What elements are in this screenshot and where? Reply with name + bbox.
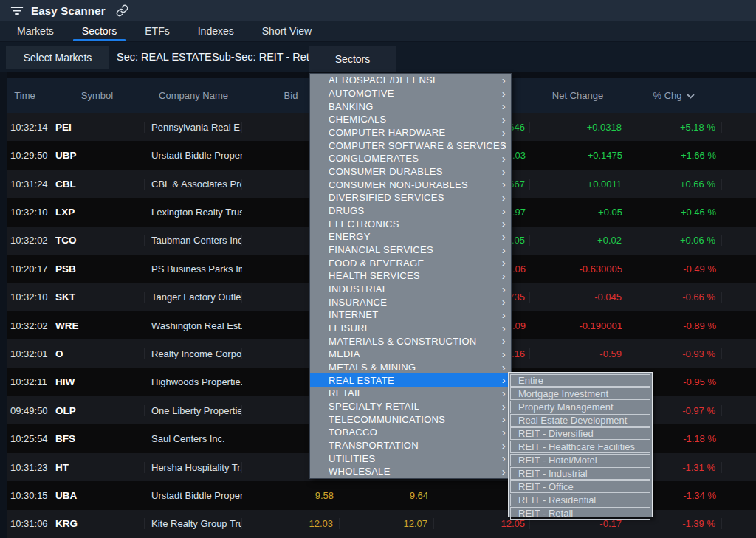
sector-menu-item[interactable]: FINANCIAL SERVICES › [310,244,511,257]
header-symbol[interactable]: Symbol [49,90,145,101]
subsector-menu-item-label: REIT - Diversified [518,428,594,439]
sector-menu-item-label: TOBACCO [329,427,377,438]
cell-symbol: HIW [49,376,145,387]
header-net-change[interactable]: Net Change [530,90,625,101]
cell-bid: 12.03 [242,518,340,529]
subsector-menu-item-label: Real Estate Development [518,415,627,426]
sector-menu-item[interactable]: ENERGY › [310,230,511,244]
link-icon[interactable] [116,4,128,17]
sector-menu-item[interactable]: COMPUTER SOFTWARE & SERVICES › [310,139,511,152]
sector-menu-item[interactable]: CONSUMER NON-DURABLES › [310,178,511,191]
subsector-menu-item[interactable]: Property Management [510,401,650,413]
chevron-right-icon: › [502,308,506,321]
nav-tab-label: Markets [17,25,54,37]
subsector-menu-item[interactable]: REIT - Retail [510,507,650,520]
chevron-right-icon: › [502,373,506,386]
sector-menu-item[interactable]: REAL ESTATE › [310,373,511,387]
subsector-menu-item[interactable]: REIT - Residential [510,494,650,506]
subsector-menu-item[interactable]: Real Estate Development [510,414,650,427]
header-time[interactable]: Time [0,90,49,101]
app-title: Easy Scanner [31,4,106,17]
sector-menu-item[interactable]: CONSUMER DURABLES › [310,165,511,179]
sector-menu-item[interactable]: SPECIALTY RETAIL › [310,400,511,413]
cell-company: Realty Income Corpor... [145,348,242,359]
cell-net-change: -0.17 [530,518,625,529]
nav-tab[interactable]: Indexes [187,21,245,41]
cell-symbol: BFS [49,433,145,444]
cell-ask: 9.64 [340,490,434,501]
chevron-right-icon: › [502,113,506,125]
sector-menu-item[interactable]: DIVERSIFIED SERVICES › [310,191,511,204]
sector-menu-item[interactable]: TELECOMMUNICATIONS › [310,413,511,426]
cell-company: Lexington Realty Trust [145,207,242,218]
sector-menu-item[interactable]: FOOD & BEVERAGE › [310,256,511,269]
subsector-submenu: Entire Mortgage Investment Property Mana… [508,372,653,517]
subsector-menu-item[interactable]: Entire [510,374,650,387]
cell-company: Washington Real Est... [145,320,242,331]
sector-menu-item[interactable]: TOBACCO › [310,426,511,439]
cell-pct-change: +0.46 % [625,207,722,218]
sector-menu-item[interactable]: HEALTH SERVICES › [310,269,511,283]
sector-menu-item-label: WHOLESALE [329,466,391,477]
select-markets-button[interactable]: Select Markets [6,46,109,69]
subsector-menu-item[interactable]: REIT - Diversified [510,427,650,440]
cell-time: 10:31:23 [0,462,49,473]
chevron-right-icon: › [502,86,506,99]
sector-menu-item[interactable]: MATERIALS & CONSTRUCTION › [310,334,511,348]
sector-menu-item-label: BANKING [329,101,374,112]
cell-symbol: UBA [49,490,145,501]
cell-symbol: PEI [49,122,145,133]
sector-menu-item[interactable]: COMPUTER HARDWARE › [310,126,511,139]
cell-ask: 12.07 [340,518,434,529]
sector-menu-item[interactable]: DRUGS › [310,204,511,218]
subsector-menu-item[interactable]: REIT - Industrial [510,467,650,480]
sector-menu-item[interactable]: WHOLESALE › [310,465,511,478]
chevron-right-icon: › [502,74,506,86]
sector-menu-item-label: METALS & MINING [329,362,416,373]
chevron-right-icon: › [502,217,506,230]
header-pct-change[interactable]: % Chg [625,90,722,101]
sector-menu-item[interactable]: MEDIA › [310,348,511,361]
chevron-right-icon: › [502,178,506,190]
cell-net-change: -0.630005 [530,263,625,275]
header-pct-change-label: % Chg [653,90,681,101]
sector-menu-item-label: TELECOMMUNICATIONS [329,414,445,425]
nav-tab[interactable]: Sectors [71,21,128,41]
sector-menu-item[interactable]: TRANSPORTATION › [310,439,511,452]
sector-menu-item-label: HEALTH SERVICES [329,270,420,281]
nav-tab[interactable]: ETFs [134,21,180,41]
sector-menu-item[interactable]: INDUSTRIAL › [310,283,511,296]
sector-menu-item[interactable]: CHEMICALS › [310,113,511,126]
cell-net-change: -0.59 [530,348,625,359]
cell-pct-change: +0.66 % [625,179,722,190]
header-company[interactable]: Company Name [145,90,242,101]
nav-tab[interactable]: Markets [6,21,65,41]
sector-menu-item[interactable]: ELECTRONICS › [310,217,511,230]
sector-menu-item[interactable]: BANKING › [310,100,511,113]
subsector-menu-item[interactable]: REIT - Healthcare Facilities [510,441,650,453]
cell-company: Highwoods Propertie... [145,376,242,387]
cell-company: Pennsylvania Real E... [145,122,242,133]
sector-menu-item[interactable]: CONGLOMERATES › [310,152,511,165]
sector-menu-item[interactable]: RETAIL › [310,387,511,400]
sector-menu-item[interactable]: INTERNET › [310,308,511,322]
sector-menu-item[interactable]: METALS & MINING › [310,361,511,374]
sector-menu-item[interactable]: AEROSPACE/DEFENSE › [310,74,511,87]
menu-filter-icon[interactable] [10,6,24,15]
subsector-menu-item[interactable]: Mortgage Investment [510,387,650,400]
sector-menu-item[interactable]: UTILITIES › [310,452,511,465]
sector-menu-item[interactable]: AUTOMOTIVE › [310,87,511,100]
nav-tab-label: Indexes [198,25,234,37]
sector-menu-item[interactable]: LEISURE › [310,322,511,335]
sectors-dropdown-button[interactable]: Sectors [309,46,396,72]
subsector-menu-item[interactable]: REIT - Office [510,480,650,493]
sector-menu-item-label: FINANCIAL SERVICES [329,244,433,255]
cell-company: One Liberty Propertie... [145,405,242,416]
cell-pct-change: -0.89 % [625,320,722,331]
chevron-right-icon: › [502,230,506,243]
subsector-menu-item[interactable]: REIT - Hotel/Motel [510,454,650,466]
sector-menu-item-label: UTILITIES [329,453,375,464]
nav-tab[interactable]: Short View [251,21,323,41]
sector-menu-item[interactable]: INSURANCE › [310,295,511,308]
chevron-right-icon: › [502,100,506,112]
